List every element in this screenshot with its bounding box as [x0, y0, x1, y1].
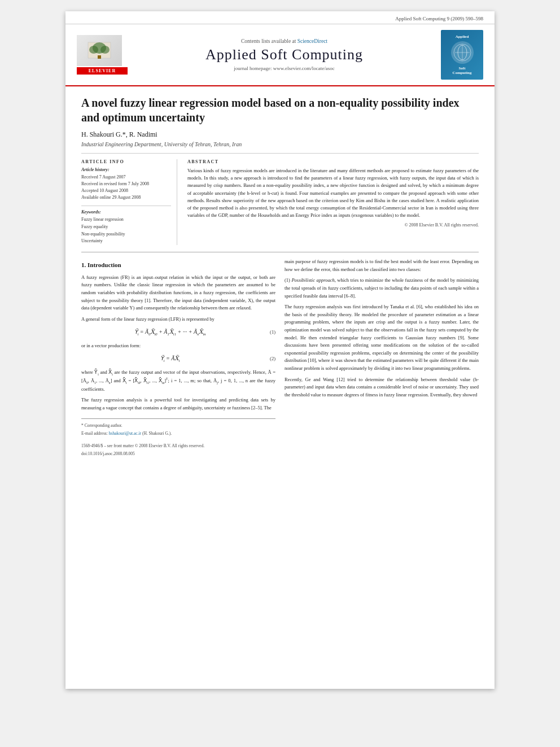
banner-center: Contents lists available at ScienceDirec… — [128, 38, 441, 71]
doi-line: doi:10.1016/j.asoc.2008.08.005 — [81, 451, 275, 457]
body-para-2: A general form of the linear fuzzy regre… — [81, 316, 275, 324]
keyword-4: Uncertainty — [81, 238, 171, 245]
keyword-2: Fuzzy equality — [81, 224, 171, 231]
elsevier-wordmark: ELSEVIER — [77, 67, 128, 75]
journal-banner: ELSEVIER Contents lists available at Sci… — [65, 24, 495, 86]
equation-1: Ỹi = Ã0X̃i0 + Ã1X̃i1 + ··· + ÃnX̃in (1) — [81, 327, 275, 337]
badge-line-3: Computing — [443, 71, 481, 75]
history-item-1: Received 7 August 2007 — [81, 174, 171, 181]
badge-line-1: Applied — [443, 34, 481, 39]
elsevier-logo-image — [77, 35, 122, 66]
article-affiliation: Industrial Engineering Department, Unive… — [81, 141, 479, 154]
email-link[interactable]: hshakouri@ut.ac.ir — [109, 431, 141, 436]
svg-point-3 — [100, 46, 110, 54]
badge-circle — [451, 41, 474, 64]
article-page: Applied Soft Computing 9 (2009) 590–598 … — [65, 11, 495, 689]
history-item-3: Accepted 10 August 2008 — [81, 187, 171, 194]
journal-title: Applied Soft Computing — [133, 46, 435, 63]
article-info-label: ARTICLE INFO — [81, 159, 171, 164]
keywords-label: Keywords: — [81, 209, 171, 215]
sciencedirect-line: Contents lists available at ScienceDirec… — [133, 38, 435, 44]
journal-homepage: journal homepage: www.elsevier.com/locat… — [133, 65, 435, 71]
list-item-1-label: Possibilistic approach — [291, 277, 334, 283]
article-title: A novel fuzzy linear regression model ba… — [81, 95, 479, 125]
content-divider — [81, 252, 479, 252]
abstract-text: Various kinds of fuzzy regression models… — [187, 167, 479, 219]
abstract-col: ABSTRACT Various kinds of fuzzy regressi… — [187, 159, 479, 245]
body-para-1: A fuzzy regression (FR) is an input–outp… — [81, 274, 275, 312]
journal-ref: Applied Soft Computing 9 (2009) 590–598 — [395, 16, 483, 21]
history-item-4: Available online 29 August 2008 — [81, 194, 171, 201]
article-authors: H. Shakouri G.*, R. Nadimi — [81, 130, 479, 139]
copyright: © 2008 Elsevier B.V. All rights reserved… — [187, 222, 479, 228]
history-label: Article history: — [81, 167, 171, 172]
eq1-number: (1) — [259, 329, 275, 337]
body-para-4: where Ỹi and X̃i are the fuzzy output an… — [81, 369, 275, 393]
article-info-abstract: ARTICLE INFO Article history: Received 7… — [81, 159, 479, 245]
footnote-section: * Corresponding author. E-mail address: … — [81, 418, 275, 457]
eq2-number: (2) — [259, 355, 275, 363]
eq2-formula: Ỹi = ÃX̃i — [81, 354, 259, 364]
equation-2: Ỹi = ÃX̃i (2) — [81, 354, 275, 364]
section1-heading: 1. Introduction — [81, 260, 275, 270]
footnote-star: * Corresponding author. — [81, 422, 275, 429]
list-item-1-num: (1) — [285, 277, 290, 283]
journal-header: Applied Soft Computing 9 (2009) 590–598 — [65, 11, 495, 24]
list-item-1: (1) Possibilistic approach, which tries … — [285, 277, 479, 300]
body-right-col: main purpose of fuzzy regression models … — [285, 258, 479, 458]
body-columns: 1. Introduction A fuzzy regression (FR) … — [81, 258, 479, 458]
history-item-2: Received in revised form 7 July 2008 — [81, 181, 171, 187]
body-para-5: The fuzzy regression analysis is a power… — [81, 396, 275, 412]
right-para-2: The fuzzy regression analysis was first … — [285, 303, 479, 372]
body-para-3: or in a vector production form: — [81, 342, 275, 350]
footnote-email: E-mail address: hshakouri@ut.ac.ir (H. S… — [81, 430, 275, 437]
keyword-3: Non-equality possibility — [81, 231, 171, 238]
eq2-text: Ỹi = ÃX̃i — [160, 355, 180, 361]
svg-point-2 — [89, 46, 98, 54]
eq1-formula: Ỹi = Ã0X̃i0 + Ã1X̃i1 + ··· + ÃnX̃in — [81, 327, 259, 337]
svg-rect-4 — [98, 55, 101, 59]
eq1-text: Ỹi = Ã0X̃i0 + Ã1X̃i1 + ··· + ÃnX̃in — [134, 329, 206, 335]
keywords-section: Keywords: Fuzzy linear regression Fuzzy … — [81, 206, 171, 245]
body-left-col: 1. Introduction A fuzzy regression (FR) … — [81, 258, 275, 458]
abstract-label: ABSTRACT — [187, 159, 479, 164]
issn-line: 1568-4946/$ – see front matter © 2008 El… — [81, 443, 275, 449]
sciencedirect-link[interactable]: ScienceDirect — [298, 38, 327, 44]
right-para-3: Recently, Ge and Wang [12] tried to dete… — [285, 376, 479, 399]
article-info-col: ARTICLE INFO Article history: Received 7… — [81, 159, 177, 245]
journal-badge: Applied Soft Computing — [441, 30, 483, 80]
keyword-1: Fuzzy linear regression — [81, 216, 171, 224]
elsevier-logo: ELSEVIER — [77, 35, 128, 75]
article-content: A novel fuzzy linear regression model ba… — [65, 86, 495, 470]
right-para-1: main purpose of fuzzy regression models … — [285, 258, 479, 273]
badge-line-2: Soft — [443, 66, 481, 71]
